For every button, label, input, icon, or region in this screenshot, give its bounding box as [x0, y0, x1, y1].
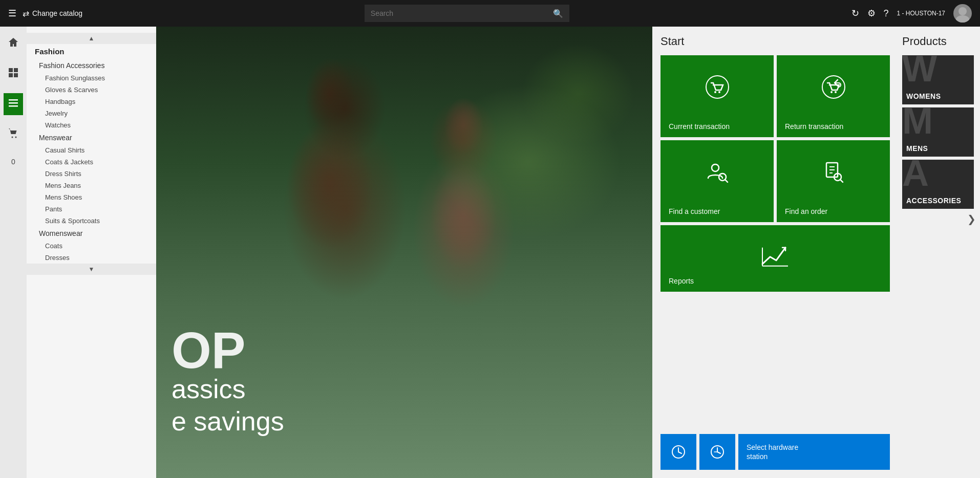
- chevron-right-icon[interactable]: ❯: [967, 213, 976, 225]
- tree-item-dress-shirts[interactable]: Dress Shirts: [27, 168, 156, 180]
- tiles-grid: Current transaction: [661, 55, 890, 292]
- mens-label: MENS: [906, 144, 928, 153]
- svg-rect-8: [9, 105, 18, 107]
- find-customer-tile[interactable]: Find a customer: [661, 140, 774, 222]
- sidebar-menu-icon[interactable]: [4, 93, 23, 115]
- reports-icon: [760, 243, 791, 269]
- right-panel-inner: Start C: [652, 27, 980, 478]
- help-icon[interactable]: ?: [884, 8, 889, 19]
- sidebar-inner: 0 ▲ Fashion Fashion Accessories Fashion …: [0, 27, 156, 478]
- mens-bg-letter: M: [902, 107, 933, 139]
- svg-point-1: [956, 15, 969, 23]
- svg-point-15: [830, 91, 833, 93]
- search-bar-container: 🔍: [93, 5, 841, 22]
- svg-point-9: [12, 137, 13, 138]
- find-order-tile[interactable]: Find an order: [777, 140, 890, 222]
- svg-point-0: [958, 7, 967, 15]
- search-input[interactable]: [371, 9, 553, 17]
- tree-item-coats[interactable]: Coats: [27, 240, 156, 252]
- change-catalog-button[interactable]: ⇄ Change catalog: [23, 9, 82, 18]
- return-transaction-icon: [820, 74, 847, 106]
- tree-item-fashion-sunglasses[interactable]: Fashion Sunglasses: [27, 72, 156, 84]
- tree-item-casual-shirts[interactable]: Casual Shirts: [27, 144, 156, 156]
- bottom-tiles-row: Select hardwarestation: [652, 434, 898, 478]
- main-content: 0 ▲ Fashion Fashion Accessories Fashion …: [0, 27, 980, 478]
- settings-icon[interactable]: ⚙: [867, 8, 876, 19]
- find-order-icon: [820, 159, 847, 191]
- svg-point-11: [706, 76, 729, 98]
- svg-point-13: [718, 91, 720, 93]
- hero-big-text: OP: [172, 327, 284, 373]
- sidebar-scroll-up[interactable]: ▲: [27, 33, 156, 44]
- top-bar-left: ☰ ⇄ Change catalog: [8, 8, 82, 19]
- refresh-icon[interactable]: ↻: [851, 8, 859, 19]
- tree-item-mens-jeans[interactable]: Mens Jeans: [27, 180, 156, 191]
- svg-point-12: [714, 91, 716, 93]
- hero-text: OP assics e savings: [172, 327, 284, 437]
- svg-line-28: [678, 452, 681, 453]
- search-icon[interactable]: 🔍: [553, 9, 563, 18]
- right-panel: Start C: [652, 27, 980, 478]
- start-section: Start C: [652, 27, 898, 431]
- products-section: Products W WOMENS M MENS A ACCESSORIES: [898, 27, 980, 478]
- return-transaction-label: Return transaction: [785, 122, 843, 131]
- tree-item-dresses[interactable]: Dresses: [27, 252, 156, 264]
- products-more: ❯: [902, 213, 976, 225]
- top-bar-right: ↻ ⚙ ? 1 - HOUSTON-17: [851, 4, 972, 23]
- sidebar-home-icon[interactable]: [4, 33, 23, 55]
- svg-rect-6: [9, 99, 18, 101]
- sidebar: 0 ▲ Fashion Fashion Accessories Fashion …: [0, 27, 156, 478]
- store-info: 1 - HOUSTON-17: [897, 10, 945, 17]
- svg-rect-2: [9, 68, 13, 72]
- svg-rect-7: [9, 102, 18, 104]
- tree-category-fashion[interactable]: Fashion: [27, 44, 156, 59]
- tree-item-handbags[interactable]: Handbags: [27, 96, 156, 107]
- avatar[interactable]: [953, 4, 972, 23]
- product-tile-womens[interactable]: W WOMENS: [902, 55, 974, 104]
- tree-subcategory-womenswear[interactable]: Womenswear: [27, 227, 156, 240]
- tree-item-watches[interactable]: Watches: [27, 119, 156, 131]
- products-title: Products: [902, 35, 976, 48]
- tree-item-gloves-scarves[interactable]: Gloves & Scarves: [27, 84, 156, 96]
- product-tiles: W WOMENS M MENS A ACCESSORIES: [902, 55, 976, 209]
- svg-point-14: [822, 76, 845, 98]
- hero-image: OP assics e savings: [156, 27, 652, 478]
- womens-bg-letter: W: [902, 55, 937, 87]
- svg-point-10: [15, 137, 17, 138]
- find-customer-label: Find a customer: [669, 207, 720, 216]
- return-transaction-tile[interactable]: Return transaction: [777, 55, 890, 137]
- current-transaction-icon: [704, 74, 731, 106]
- tree-item-suits-sportcoats[interactable]: Suits & Sportcoats: [27, 215, 156, 227]
- tree-item-jewelry[interactable]: Jewelry: [27, 107, 156, 119]
- product-tile-mens[interactable]: M MENS: [902, 107, 974, 157]
- tree-item-mens-shoes[interactable]: Mens Shoes: [27, 191, 156, 203]
- svg-rect-4: [9, 73, 13, 77]
- tree-item-coats-jackets[interactable]: Coats & Jackets: [27, 156, 156, 168]
- find-order-label: Find an order: [785, 207, 827, 216]
- tree-item-pants[interactable]: Pants: [27, 203, 156, 215]
- tree-subcategory-fashion-accessories[interactable]: Fashion Accessories: [27, 59, 156, 72]
- svg-rect-5: [14, 73, 18, 77]
- accessories-bg-letter: A: [902, 160, 929, 191]
- product-tile-accessories[interactable]: A ACCESSORIES: [902, 160, 974, 209]
- sidebar-products-icon[interactable]: [4, 63, 23, 85]
- svg-point-16: [835, 91, 837, 93]
- reports-tile[interactable]: Reports: [661, 225, 890, 292]
- sidebar-tree: ▲ Fashion Fashion Accessories Fashion Su…: [27, 27, 156, 478]
- sidebar-scroll-down[interactable]: ▼: [27, 264, 156, 275]
- search-bar: 🔍: [365, 5, 569, 22]
- sidebar-icons-column: 0: [0, 27, 27, 478]
- current-transaction-label: Current transaction: [669, 122, 730, 131]
- select-hardware-station-tile[interactable]: Select hardwarestation: [738, 434, 890, 470]
- tree-subcategory-menswear[interactable]: Menswear: [27, 131, 156, 144]
- sidebar-cart-icon[interactable]: [4, 123, 23, 145]
- svg-line-31: [717, 452, 720, 453]
- store-label: 1 - HOUSTON-17: [897, 10, 945, 17]
- hamburger-icon[interactable]: ☰: [8, 8, 16, 19]
- current-transaction-tile[interactable]: Current transaction: [661, 55, 774, 137]
- clock-tile-2[interactable]: [699, 434, 735, 470]
- clock-tile-1[interactable]: [661, 434, 696, 470]
- womens-label: WOMENS: [906, 92, 941, 100]
- hardware-station-label: Select hardwarestation: [747, 443, 798, 461]
- change-catalog-label: Change catalog: [32, 9, 82, 17]
